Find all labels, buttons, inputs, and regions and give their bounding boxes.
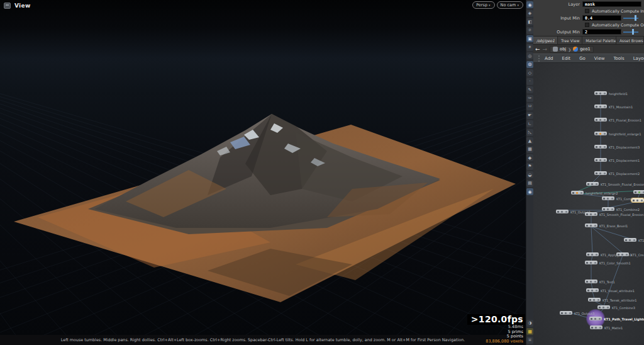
pane-tab-1[interactable]: Tree View✕ — [558, 37, 582, 44]
network-node[interactable] — [586, 288, 599, 292]
network-node[interactable] — [597, 305, 610, 309]
menu-layout[interactable]: Layout — [629, 56, 644, 61]
network-node[interactable] — [594, 171, 607, 175]
forward-button[interactable]: → — [543, 46, 548, 52]
layer-label: Layer — [533, 2, 582, 7]
network-node[interactable] — [624, 238, 636, 242]
dropper-icon[interactable]: ✑ — [526, 95, 533, 102]
breadcrumb: obj ❯ geo1 — [550, 46, 594, 53]
network-node[interactable] — [594, 158, 607, 162]
pane-icon[interactable] — [4, 3, 11, 9]
performance-overlay: >120.0fps 5.48ms 5 prims 5 points 83,886… — [467, 313, 525, 344]
network-node[interactable] — [616, 252, 629, 256]
network-node[interactable] — [586, 182, 599, 186]
network-node[interactable] — [631, 198, 644, 202]
auto-input-range-checkbox[interactable] — [585, 9, 589, 13]
ruler-icon[interactable]: ∟ — [526, 120, 533, 127]
back-button[interactable]: ← — [535, 46, 540, 52]
network-node[interactable] — [594, 118, 607, 122]
network-node[interactable] — [594, 132, 607, 135]
perspective-menu-button[interactable]: Persp ▾ — [472, 1, 494, 9]
node-name-label: KT1_Displacement1 — [609, 159, 640, 162]
input-min-label: Input Min — [533, 16, 582, 21]
points-display-icon[interactable]: · — [526, 78, 533, 85]
disc-icon[interactable]: ◒ — [526, 171, 533, 178]
network-menu-bar: AddEditGoViewToolsLayoutLabsHelp — [533, 54, 644, 63]
pane-tab-2[interactable]: Material Palette✕ — [582, 37, 616, 44]
chevron-down-icon: ▾ — [489, 3, 491, 7]
network-node[interactable] — [594, 145, 607, 149]
auto-output-range-label: Automatically Compute Output Range — [592, 23, 644, 28]
network-node[interactable] — [571, 191, 584, 195]
lamp-icon[interactable]: ☼ — [526, 27, 533, 34]
perspective-box-icon[interactable]: ▣ — [526, 35, 533, 42]
network-node[interactable] — [589, 317, 602, 320]
output-min-slider[interactable] — [623, 29, 638, 35]
camera-select-button[interactable]: No cam ▾ — [497, 1, 523, 9]
network-node[interactable] — [590, 325, 602, 329]
terrain-icon[interactable]: ▲ — [526, 137, 533, 144]
pane-tab-3[interactable]: Asset Browser — [616, 37, 644, 44]
breadcrumb-current[interactable]: geo1 — [580, 47, 590, 52]
network-node[interactable] — [594, 105, 607, 108]
output-min-field[interactable]: 2 — [582, 29, 621, 35]
pin-location-icon[interactable]: ◉ — [526, 188, 533, 195]
parameter-editor: Layer mask Automatically Compute Input R… — [533, 0, 644, 36]
node-name-label: heightfield_enlarge2 — [586, 191, 618, 195]
point-numbers-icon[interactable]: ¹² — [526, 103, 533, 110]
network-node[interactable] — [594, 91, 607, 95]
headlight-icon[interactable]: ☀ — [526, 44, 533, 51]
network-node[interactable] — [588, 298, 601, 302]
menu-add[interactable]: Add — [540, 56, 558, 61]
menu-go[interactable]: Go — [575, 56, 590, 61]
grid-display-icon[interactable]: ▦ — [526, 146, 533, 153]
tab-label: Material Palette — [586, 38, 616, 43]
node-name-label: KT1_Test1 — [599, 280, 615, 284]
wireframe-icon[interactable]: ◇ — [526, 69, 533, 76]
network-node[interactable] — [585, 212, 597, 216]
menu-view[interactable]: View — [590, 56, 609, 61]
tab-label: Tree View — [561, 38, 580, 43]
shaded-mode-icon[interactable]: ◍ — [526, 61, 533, 68]
output-min-label: Output Min — [533, 30, 582, 35]
node-name-label: KT1_Smooth_Fluvial_Erosion1 — [599, 213, 644, 217]
menu-tools[interactable]: Tools — [609, 56, 628, 61]
network-node[interactable] — [585, 261, 597, 264]
two-lights-icon[interactable]: ◎ — [526, 52, 533, 59]
node-name-label: KT1_Output2 — [638, 239, 644, 242]
green-flag-icon[interactable]: ⚑ — [526, 163, 533, 170]
slider-handle[interactable] — [632, 29, 634, 35]
network-node[interactable] — [586, 252, 599, 256]
compare-grid-icon[interactable]: ▦ — [526, 328, 533, 335]
pane-tab-0[interactable]: /obj/geo1✕ — [533, 37, 558, 44]
lock-camera-icon[interactable]: ◧ — [526, 18, 533, 25]
film-icon[interactable]: ▤ — [526, 180, 533, 187]
auto-output-range-checkbox[interactable] — [585, 23, 589, 27]
network-node[interactable] — [602, 207, 614, 211]
input-min-field[interactable]: 0.4 — [582, 15, 621, 21]
angle-icon[interactable]: ◺ — [526, 129, 533, 136]
gem-icon[interactable]: ◆ — [526, 154, 533, 161]
obj-network-icon — [553, 47, 558, 52]
snapshot-camera-icon[interactable]: ⌸ — [526, 337, 533, 344]
input-min-slider[interactable] — [623, 15, 638, 21]
network-node[interactable] — [633, 190, 644, 194]
snapshot-export-icon[interactable]: ◈ — [526, 10, 533, 17]
layer-field[interactable]: mask — [582, 1, 641, 7]
network-node[interactable] — [585, 223, 597, 227]
scene-viewport[interactable]: View Persp ▾ No cam ▾ >120.0fps 5.48ms 5… — [0, 0, 526, 345]
contrast-icon[interactable]: ◑ — [526, 320, 533, 327]
network-node[interactable] — [556, 210, 569, 213]
menu-grip-handle[interactable] — [538, 55, 540, 62]
network-node[interactable] — [560, 311, 572, 315]
network-node[interactable] — [602, 196, 614, 200]
view-tool-icon[interactable]: ◉ — [526, 1, 533, 8]
network-editor[interactable]: heightfield1KT1_Mountain1KT1_Fluvial_Ero… — [533, 63, 644, 345]
slider-handle[interactable] — [635, 15, 636, 21]
network-node[interactable] — [585, 280, 597, 283]
breadcrumb-root[interactable]: obj — [560, 47, 566, 52]
menu-edit[interactable]: Edit — [558, 56, 575, 61]
tab-label: Asset Browser — [619, 38, 644, 43]
hand-icon[interactable]: ☛ — [526, 112, 533, 119]
brush-icon[interactable]: ✎ — [526, 86, 533, 93]
